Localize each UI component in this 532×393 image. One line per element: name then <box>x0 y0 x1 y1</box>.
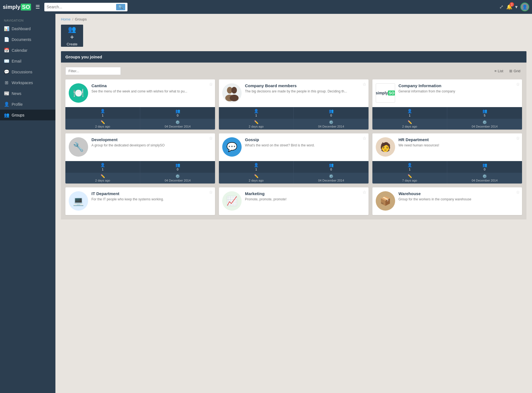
card-top-development: 🔧 Development A group for the dedicated … <box>65 133 215 161</box>
create-label: Create <box>66 42 77 46</box>
avatar[interactable]: 👤 <box>520 2 529 11</box>
email-icon: ✉️ <box>4 58 9 64</box>
card-top-company-board: Company Board members The big decisions … <box>219 79 369 107</box>
card-info-company-info: Company Information General information … <box>398 83 519 94</box>
created-dev: 04 December 2014 <box>165 179 191 182</box>
card-title-company-board: Company Board members <box>245 83 365 88</box>
created-icon: ⚙️ <box>482 120 487 124</box>
last-post-gossip: 2 days ago <box>249 179 264 182</box>
expand-icon[interactable]: ⤢ <box>499 4 503 10</box>
card-top-hr: 🧑 HR Department We need human resources! <box>372 133 522 161</box>
last-post-board: 2 days ago <box>249 125 264 128</box>
card-image-company-board <box>222 83 242 103</box>
create-group-button[interactable]: 👥+ Create <box>61 25 83 47</box>
card-meta-post-gossip: ✏️ 2 days ago <box>219 173 294 183</box>
last-post-cantina: 2 days ago <box>95 125 110 128</box>
created-icon: ⚙️ <box>482 174 487 178</box>
card-stat-members-hr: 👤 1 <box>372 161 447 173</box>
created-icon: ⚙️ <box>175 174 180 178</box>
sidebar-item-label-documents: Documents <box>12 37 31 42</box>
subgroups-count-gossip: 0 <box>330 168 332 171</box>
star-icon-cantina[interactable]: ☆ <box>209 82 213 87</box>
sidebar-item-discussions[interactable]: 💬 Discussions <box>0 66 55 77</box>
members-icon: 👤 <box>100 163 105 167</box>
star-icon-warehouse[interactable]: ☆ <box>516 190 520 195</box>
card-top-it: 💻 IT Department For the IT people who ke… <box>65 187 215 215</box>
sidebar-item-workspaces[interactable]: ⊞ Workspaces <box>0 77 55 88</box>
sidebar-item-profile[interactable]: 👤 Profile <box>0 99 55 110</box>
sidebar-item-dashboard[interactable]: 📊 Dashboard <box>0 23 55 34</box>
news-icon: 📰 <box>4 91 9 96</box>
members-count-board: 1 <box>255 114 257 117</box>
svg-point-3 <box>230 95 239 101</box>
card-info-company-board: Company Board members The big decisions … <box>245 83 365 94</box>
created-icon: ⚙️ <box>329 120 333 124</box>
section-header: Groups you joined <box>61 51 526 63</box>
search-button[interactable]: 🔍 <box>116 4 125 10</box>
list-view-button[interactable]: ≡ List <box>493 68 505 74</box>
card-info-cantina: Cantina See the menu of the week and com… <box>91 83 212 94</box>
star-icon-hr[interactable]: ☆ <box>516 136 520 141</box>
card-desc-hr: We need human resources! <box>398 143 519 148</box>
card-desc-it: For the IT people who keep the systems w… <box>91 197 212 202</box>
subgroups-count-dev: 0 <box>177 168 178 171</box>
card-title-marketing: Marketing <box>245 191 365 196</box>
grid-view-button[interactable]: ⊞ Grid <box>508 68 522 74</box>
star-icon-company-board[interactable]: ☆ <box>362 82 366 87</box>
card-top-warehouse: 📦 Warehouse Group for the workers in the… <box>372 187 522 215</box>
dropdown-icon[interactable]: ▾ <box>515 4 518 10</box>
sidebar-item-email[interactable]: ✉️ Email <box>0 56 55 66</box>
groups-section: Groups you joined ≡ List ⊞ Grid <box>55 51 532 219</box>
card-image-hr: 🧑 <box>376 137 395 157</box>
svg-point-1 <box>231 87 237 94</box>
card-image-development: 🔧 <box>69 137 88 157</box>
groups-icon: 👥 <box>4 112 9 118</box>
star-icon-gossip[interactable]: ☆ <box>362 136 366 141</box>
search-input[interactable] <box>47 5 114 9</box>
search-bar: 🔍 <box>44 3 127 11</box>
notifications-icon[interactable]: 🔔 2 <box>506 4 512 10</box>
card-stat-subgroups-info: 👥 5 <box>447 107 522 119</box>
topbar-right: ⤢ 🔔 2 ▾ 👤 <box>499 2 529 11</box>
members-icon: 👤 <box>100 109 105 113</box>
card-image-gossip: 💬 <box>222 137 242 157</box>
star-icon-it[interactable]: ☆ <box>209 190 213 195</box>
members-count-gossip: 1 <box>255 168 257 171</box>
card-meta-created-board: ⚙️ 04 December 2014 <box>294 119 369 130</box>
sidebar-item-label-news: News <box>12 91 21 96</box>
breadcrumb-home[interactable]: Home <box>61 17 71 21</box>
filter-input[interactable] <box>65 67 121 75</box>
sidebar-item-news[interactable]: 📰 News <box>0 88 55 99</box>
content: Home / Groups 👥+ Create Groups you joine… <box>55 14 532 393</box>
card-image-company-info: simplySO <box>376 83 395 103</box>
hamburger-icon[interactable]: ☰ <box>35 4 40 10</box>
card-stat-members-gossip: 👤 1 <box>219 161 294 173</box>
sidebar-section-label: Navigation <box>0 17 55 23</box>
sidebar-item-calendar[interactable]: 📅 Calendar <box>0 45 55 56</box>
card-title-warehouse: Warehouse <box>398 191 519 196</box>
sidebar-item-groups[interactable]: 👥 Groups <box>0 110 55 120</box>
card-desc-development: A group for the dedicated developers of … <box>91 143 212 148</box>
group-card-cantina: ☆ 🍽️ Cantina See the menu of the week an… <box>65 79 215 130</box>
card-meta-cantina: ✏️ 2 days ago ⚙️ 04 December 2014 <box>65 119 215 130</box>
card-meta-post-info: ✏️ 2 days ago <box>372 119 447 130</box>
post-icon: ✏️ <box>101 174 105 178</box>
card-stat-members-info: 👤 1 <box>372 107 447 119</box>
sidebar-item-label-calendar: Calendar <box>12 48 27 53</box>
section-body: ≡ List ⊞ Grid ☆ 🍽 <box>61 63 526 219</box>
group-card-it: ☆ 💻 IT Department For the IT people who … <box>65 187 215 215</box>
list-icon: ≡ <box>495 69 497 73</box>
card-desc-company-board: The big decisions are made by the people… <box>245 89 365 94</box>
subgroups-icon: 👥 <box>175 109 180 113</box>
card-info-hr: HR Department We need human resources! <box>398 137 519 148</box>
subgroups-icon: 👥 <box>329 109 334 113</box>
star-icon-company-info[interactable]: ☆ <box>516 82 520 87</box>
members-count-dev: 1 <box>102 168 103 171</box>
star-icon-development[interactable]: ☆ <box>209 136 213 141</box>
card-meta-post-dev: ✏️ 2 days ago <box>65 173 140 183</box>
star-icon-marketing[interactable]: ☆ <box>362 190 366 195</box>
workspaces-icon: ⊞ <box>4 80 9 85</box>
sidebar-item-documents[interactable]: 📄 Documents <box>0 34 55 45</box>
group-card-gossip: ☆ 💬 Gossip What's the word on the street… <box>219 133 369 183</box>
card-desc-gossip: What's the word on the street? Bird is t… <box>245 143 365 148</box>
